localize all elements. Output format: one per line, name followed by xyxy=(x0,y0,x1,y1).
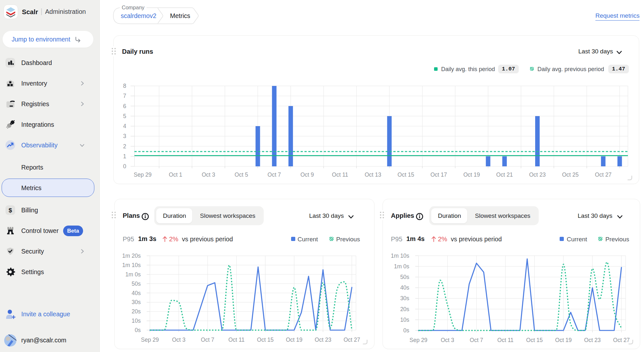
svg-text:Oct 7: Oct 7 xyxy=(470,337,483,343)
svg-text:50s: 50s xyxy=(400,274,409,280)
svg-text:Oct 3: Oct 3 xyxy=(441,337,454,343)
svg-text:Oct 23: Oct 23 xyxy=(584,337,601,343)
svg-text:30s: 30s xyxy=(400,295,409,301)
svg-text:10s: 10s xyxy=(400,317,409,323)
svg-text:Oct 19: Oct 19 xyxy=(555,337,572,343)
svg-text:1m 10s: 1m 10s xyxy=(391,253,410,259)
svg-text:0s: 0s xyxy=(403,327,410,334)
svg-text:Oct 27: Oct 27 xyxy=(613,337,630,343)
svg-text:Sep 29: Sep 29 xyxy=(410,337,427,343)
svg-text:20s: 20s xyxy=(400,306,409,312)
svg-text:1m 0s: 1m 0s xyxy=(394,263,409,270)
svg-text:Oct 15: Oct 15 xyxy=(526,337,543,343)
svg-text:Oct 11: Oct 11 xyxy=(497,337,514,343)
svg-text:40s: 40s xyxy=(400,284,409,291)
